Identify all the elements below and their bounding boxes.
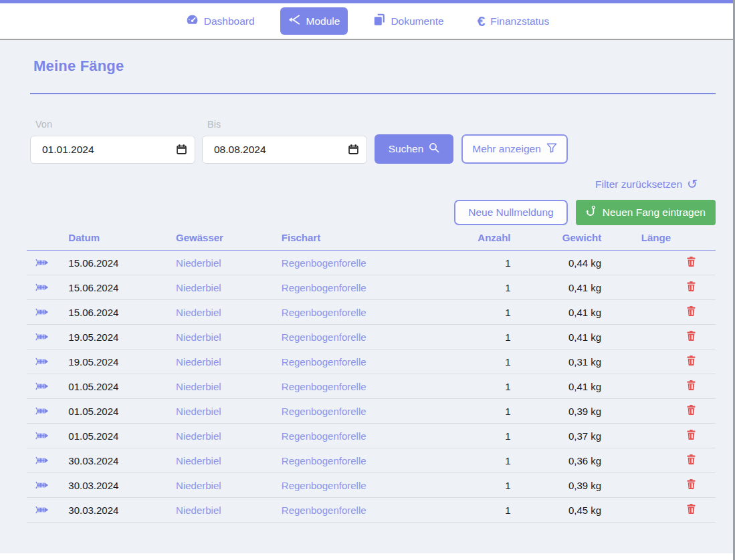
cell-gewaesser-link[interactable]: Niederbiel (176, 300, 282, 325)
module-share-icon (288, 13, 301, 29)
delete-catch-button[interactable] (687, 281, 696, 293)
header-anzahl: Anzahl (450, 232, 510, 251)
new-null-report-label: Neue Nullmeldung (468, 206, 554, 219)
row-fish-cell (27, 349, 68, 374)
cell-gewicht: 0,39 kg (510, 399, 601, 424)
header-fischart: Fischart (282, 232, 450, 251)
row-fish-cell (27, 275, 68, 300)
cell-gewaesser-link[interactable]: Niederbiel (176, 325, 282, 349)
show-more-filters-button[interactable]: Mehr anzeigen (461, 134, 568, 164)
cell-anzahl: 1 (450, 374, 510, 399)
table-row: 01.05.2024 Niederbiel Regenbogenforelle … (27, 399, 716, 424)
delete-catch-button[interactable] (687, 430, 696, 442)
cell-gewicht: 0,41 kg (510, 374, 601, 399)
fish-hook-icon (586, 205, 597, 220)
cell-delete (601, 498, 716, 523)
main-nav: Dashboard Module Dokumente € Finanzstatu… (0, 3, 735, 40)
cell-gewaesser-link[interactable]: Niederbiel (176, 349, 282, 374)
trash-icon (687, 432, 696, 442)
date-from-input[interactable] (30, 136, 195, 164)
date-from-label: Von (35, 119, 195, 130)
row-fish-cell (27, 374, 68, 399)
cell-gewaesser-link[interactable]: Niederbiel (176, 498, 282, 523)
cell-anzahl: 1 (450, 251, 510, 275)
table-row: 15.06.2024 Niederbiel Regenbogenforelle … (27, 251, 716, 275)
new-catch-button[interactable]: Neuen Fang eintragen (576, 200, 716, 225)
table-row: 15.06.2024 Niederbiel Regenbogenforelle … (27, 275, 716, 300)
fishbone-icon (35, 307, 49, 318)
fishbone-icon (35, 381, 49, 392)
cell-datum: 15.06.2024 (68, 300, 176, 325)
delete-catch-button[interactable] (687, 306, 696, 318)
cell-fischart-link[interactable]: Regenbogenforelle (282, 473, 450, 498)
trash-icon (687, 407, 696, 417)
cell-datum: 30.03.2024 (68, 473, 176, 498)
cell-datum: 30.03.2024 (68, 498, 176, 523)
header-gewicht: Gewicht (510, 232, 601, 251)
nav-item-finanzstatus[interactable]: € Finanzstatus (469, 8, 558, 34)
delete-catch-button[interactable] (687, 356, 696, 368)
cell-fischart-link[interactable]: Regenbogenforelle (282, 325, 450, 349)
cell-gewicht: 0,41 kg (510, 300, 601, 325)
cell-anzahl: 1 (450, 300, 510, 325)
cell-gewicht: 0,41 kg (510, 275, 601, 300)
fishbone-icon (35, 430, 49, 442)
cell-gewaesser-link[interactable]: Niederbiel (176, 275, 282, 300)
row-fish-cell (27, 424, 68, 448)
date-to-input[interactable] (202, 136, 367, 164)
nav-item-module[interactable]: Module (280, 7, 348, 35)
cell-gewaesser-link[interactable]: Niederbiel (176, 473, 282, 498)
cell-delete (601, 251, 716, 275)
catch-table: Datum Gewässer Fischart Anzahl Gewicht L… (27, 232, 716, 523)
table-row: 30.03.2024 Niederbiel Regenbogenforelle … (27, 498, 716, 523)
row-fish-cell (27, 251, 68, 275)
table-row: 15.06.2024 Niederbiel Regenbogenforelle … (27, 300, 716, 325)
cell-datum: 19.05.2024 (68, 349, 176, 374)
cell-gewaesser-link[interactable]: Niederbiel (176, 424, 282, 448)
trash-icon (687, 283, 696, 293)
cell-delete (601, 349, 716, 374)
cell-fischart-link[interactable]: Regenbogenforelle (282, 448, 450, 473)
table-row: 30.03.2024 Niederbiel Regenbogenforelle … (27, 448, 716, 473)
delete-catch-button[interactable] (687, 454, 696, 466)
new-null-report-button[interactable]: Neue Nullmeldung (454, 200, 568, 225)
nav-item-dashboard[interactable]: Dashboard (178, 7, 263, 35)
cell-gewaesser-link[interactable]: Niederbiel (176, 448, 282, 473)
delete-catch-button[interactable] (687, 479, 696, 491)
cell-fischart-link[interactable]: Regenbogenforelle (282, 349, 450, 374)
fishbone-icon (35, 505, 49, 516)
search-button-label: Suchen (389, 143, 424, 155)
cell-gewaesser-link[interactable]: Niederbiel (176, 399, 282, 424)
header-icon-spacer (27, 232, 68, 251)
reset-filters-link[interactable]: Filter zurücksetzen ↺ (595, 178, 698, 190)
delete-catch-button[interactable] (687, 405, 696, 417)
cell-delete (601, 473, 716, 498)
cell-fischart-link[interactable]: Regenbogenforelle (282, 275, 450, 300)
cell-gewaesser-link[interactable]: Niederbiel (176, 374, 282, 399)
cell-fischart-link[interactable]: Regenbogenforelle (282, 374, 450, 399)
fishbone-icon (35, 282, 49, 293)
table-row: 19.05.2024 Niederbiel Regenbogenforelle … (27, 325, 716, 349)
cell-fischart-link[interactable]: Regenbogenforelle (282, 300, 450, 325)
delete-catch-button[interactable] (687, 257, 696, 269)
date-to-group: Bis (202, 119, 367, 164)
nav-item-dokumente[interactable]: Dokumente (365, 7, 451, 35)
table-row: 01.05.2024 Niederbiel Regenbogenforelle … (27, 374, 716, 399)
cell-fischart-link[interactable]: Regenbogenforelle (282, 399, 450, 424)
cell-fischart-link[interactable]: Regenbogenforelle (282, 251, 450, 275)
cell-gewicht: 0,41 kg (510, 325, 601, 349)
search-button[interactable]: Suchen (375, 134, 453, 164)
cell-fischart-link[interactable]: Regenbogenforelle (282, 498, 450, 523)
nav-label: Finanzstatus (490, 15, 549, 27)
header-datum: Datum (68, 232, 176, 251)
delete-catch-button[interactable] (687, 504, 696, 516)
euro-icon: € (478, 14, 486, 28)
row-fish-cell (27, 325, 68, 349)
nav-label: Module (306, 15, 340, 27)
cell-fischart-link[interactable]: Regenbogenforelle (282, 424, 450, 448)
page-title: Meine Fänge (30, 40, 716, 75)
new-catch-label: Neuen Fang eintragen (603, 206, 706, 219)
cell-gewaesser-link[interactable]: Niederbiel (176, 251, 282, 275)
delete-catch-button[interactable] (687, 331, 696, 343)
delete-catch-button[interactable] (687, 380, 696, 392)
